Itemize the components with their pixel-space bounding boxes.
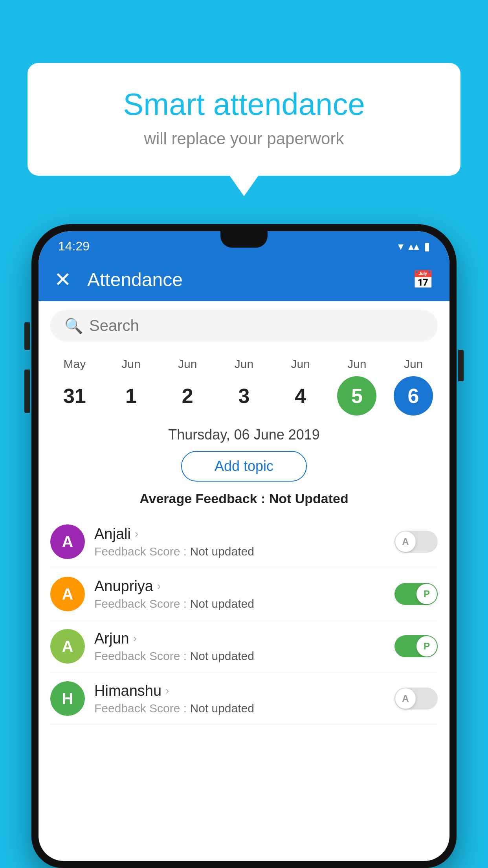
- avatar-arjun: A: [50, 629, 85, 664]
- date-jun-6[interactable]: Jun 6: [388, 357, 439, 416]
- toggle-himanshu[interactable]: A: [394, 688, 438, 710]
- volume-up-button: [24, 322, 30, 350]
- avg-feedback-value: Not Updated: [269, 491, 349, 506]
- status-icons: ▾ ▴▴ ▮: [398, 240, 430, 253]
- search-bar[interactable]: 🔍: [50, 310, 438, 342]
- battery-icon: ▮: [424, 240, 430, 253]
- headline: Smart attendance: [59, 86, 429, 122]
- calendar-icon[interactable]: 📅: [412, 269, 434, 290]
- date-may-31[interactable]: May 31: [49, 357, 100, 416]
- student-arjun[interactable]: A Arjun › Feedback Score : Not updated P: [50, 620, 438, 673]
- toggle-anupriya[interactable]: P: [394, 583, 438, 605]
- avg-feedback-label: Average Feedback :: [139, 491, 269, 506]
- avatar-himanshu: H: [50, 681, 85, 716]
- date-jun-5[interactable]: Jun 5: [331, 357, 382, 416]
- add-topic-button[interactable]: Add topic: [181, 451, 307, 482]
- student-anupriya[interactable]: A Anupriya › Feedback Score : Not update…: [50, 568, 438, 620]
- date-jun-1[interactable]: Jun 1: [106, 357, 157, 416]
- status-time: 14:29: [58, 239, 90, 254]
- power-button: [458, 350, 464, 381]
- toggle-knob-anupriya: P: [416, 584, 437, 604]
- notch: [220, 231, 268, 248]
- student-name-himanshu: Himanshu: [94, 682, 161, 699]
- student-himanshu[interactable]: H Himanshu › Feedback Score : Not update…: [50, 673, 438, 725]
- speech-bubble: Smart attendance will replace your paper…: [28, 63, 460, 176]
- student-list: A Anjali › Feedback Score : Not updated …: [39, 516, 449, 725]
- student-name-arjun: Arjun: [94, 630, 129, 647]
- app-title: Attendance: [87, 269, 396, 291]
- toggle-arjun[interactable]: P: [394, 635, 438, 657]
- phone-screen: 14:29 ▾ ▴▴ ▮ ✕ Attendance 📅 🔍 May 31: [39, 231, 449, 861]
- toggle-anjali[interactable]: A: [394, 531, 438, 553]
- student-anjali[interactable]: A Anjali › Feedback Score : Not updated …: [50, 516, 438, 568]
- date-jun-4[interactable]: Jun 4: [275, 357, 326, 416]
- avatar-anupriya: A: [50, 577, 85, 611]
- chevron-icon: ›: [165, 684, 169, 697]
- student-info-anjali: Anjali › Feedback Score : Not updated: [94, 526, 385, 558]
- toggle-knob-arjun: P: [416, 636, 437, 657]
- avg-feedback: Average Feedback : Not Updated: [39, 491, 449, 506]
- subheadline: will replace your paperwork: [59, 129, 429, 148]
- chevron-icon: ›: [157, 580, 161, 592]
- student-info-himanshu: Himanshu › Feedback Score : Not updated: [94, 682, 385, 715]
- student-info-arjun: Arjun › Feedback Score : Not updated: [94, 630, 385, 663]
- chevron-icon: ›: [135, 528, 138, 540]
- student-name-anjali: Anjali: [94, 526, 131, 542]
- date-strip: May 31 Jun 1 Jun 2 Jun 3 Jun 4 Jun 5: [39, 350, 449, 416]
- selected-date-label: Thursday, 06 June 2019: [39, 427, 449, 443]
- date-jun-2[interactable]: Jun 2: [162, 357, 213, 416]
- search-input[interactable]: [89, 317, 424, 335]
- date-jun-3[interactable]: Jun 3: [218, 357, 270, 416]
- volume-down-button: [24, 370, 30, 413]
- search-icon: 🔍: [64, 317, 83, 335]
- chevron-icon: ›: [133, 632, 137, 645]
- app-bar: ✕ Attendance 📅: [39, 258, 449, 301]
- signal-icon: ▴▴: [408, 240, 419, 253]
- phone-frame: 14:29 ▾ ▴▴ ▮ ✕ Attendance 📅 🔍 May 31: [31, 224, 457, 868]
- toggle-knob-anjali: A: [395, 531, 416, 552]
- wifi-icon: ▾: [398, 240, 404, 253]
- close-button[interactable]: ✕: [54, 268, 72, 291]
- student-info-anupriya: Anupriya › Feedback Score : Not updated: [94, 578, 385, 611]
- toggle-knob-himanshu: A: [395, 688, 416, 709]
- student-name-anupriya: Anupriya: [94, 578, 153, 595]
- avatar-anjali: A: [50, 524, 85, 559]
